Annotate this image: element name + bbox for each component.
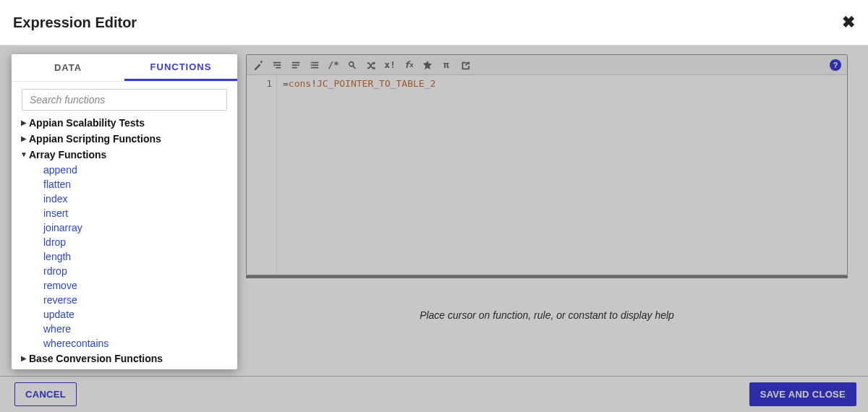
tree-function-item[interactable]: ldrop xyxy=(17,235,231,249)
tab-data[interactable]: DATA xyxy=(12,54,124,81)
function-link[interactable]: update xyxy=(43,309,75,320)
shuffle-icon[interactable] xyxy=(365,59,377,71)
help-hint: Place cursor on function, rule, or const… xyxy=(246,278,848,352)
tree-function-item[interactable]: append xyxy=(17,163,231,177)
tree-function-item[interactable]: index xyxy=(17,192,231,206)
tree-function-item[interactable]: insert xyxy=(17,206,231,220)
save-and-close-button[interactable]: SAVE AND CLOSE xyxy=(749,382,856,406)
tree-category[interactable]: ▼Array Functions xyxy=(17,147,231,163)
tree-category-label: Base Conversion Functions xyxy=(29,351,163,366)
chevron-right-icon[interactable]: ▶ xyxy=(19,351,29,366)
outdent-icon[interactable] xyxy=(271,59,283,71)
modal-title: Expression Editor xyxy=(13,14,137,31)
function-link[interactable]: remove xyxy=(43,280,77,291)
search-wrap xyxy=(12,82,237,115)
function-link[interactable]: append xyxy=(43,164,77,176)
function-link[interactable]: index xyxy=(43,193,67,205)
tree-function-item[interactable]: where xyxy=(17,322,231,336)
tree-function-item[interactable]: remove xyxy=(17,278,231,293)
tree-function-item[interactable]: length xyxy=(17,249,231,264)
token-operator: = xyxy=(283,78,289,89)
tree-function-item[interactable]: reverse xyxy=(17,293,231,307)
export-icon[interactable] xyxy=(459,59,471,71)
tree-category[interactable]: ▶Base Conversion Functions xyxy=(17,351,231,366)
function-link[interactable]: reverse xyxy=(43,294,77,306)
function-link[interactable]: length xyxy=(43,251,71,262)
magic-wand-icon[interactable] xyxy=(252,59,264,71)
tree-function-item[interactable]: flatten xyxy=(17,177,231,192)
line-number: 1 xyxy=(247,78,272,89)
chevron-down-icon[interactable]: ▼ xyxy=(19,147,29,162)
function-link[interactable]: joinarray xyxy=(43,222,82,233)
search-icon[interactable] xyxy=(346,59,358,71)
line-gutter: 1 xyxy=(247,75,277,275)
search-input[interactable] xyxy=(22,89,227,111)
indent-icon[interactable] xyxy=(290,59,302,71)
list-indent-icon[interactable] xyxy=(309,59,320,71)
tab-functions[interactable]: FUNCTIONS xyxy=(124,54,237,81)
function-link[interactable]: rdrop xyxy=(43,265,67,277)
token-keyword: cons xyxy=(289,78,311,89)
star-icon[interactable] xyxy=(422,59,433,71)
pi-icon[interactable]: π xyxy=(441,59,452,71)
x-bang-icon[interactable]: x! xyxy=(384,59,396,71)
comment-icon[interactable]: /* xyxy=(328,59,339,71)
tree-category[interactable]: ▶Appian Scalability Tests xyxy=(17,115,231,131)
tree-function-item[interactable]: update xyxy=(17,307,231,322)
code-area[interactable]: 1 =cons!JC_POINTER_TO_TABLE_2 xyxy=(247,75,847,275)
close-icon[interactable]: ✖ xyxy=(842,14,855,30)
cancel-button[interactable]: CANCEL xyxy=(14,382,77,406)
help-icon[interactable]: ? xyxy=(830,59,841,71)
function-link[interactable]: wherecontains xyxy=(43,338,109,349)
function-link[interactable]: where xyxy=(43,323,71,335)
function-browser-panel: DATA FUNCTIONS ▶Appian Scalability Tests… xyxy=(12,54,237,369)
expression-editor-box: /* x! fx π ? 1 =cons!JC_POINTER_TO_TABLE… xyxy=(246,54,848,275)
tree-function-item[interactable]: rdrop xyxy=(17,264,231,278)
function-link[interactable]: ldrop xyxy=(43,236,66,248)
modal-header: Expression Editor ✖ xyxy=(0,0,868,46)
tree-function-item[interactable]: wherecontains xyxy=(17,336,231,351)
function-link[interactable]: flatten xyxy=(43,179,71,190)
tree-function-item[interactable]: joinarray xyxy=(17,220,231,235)
tree-category-label: Array Functions xyxy=(29,147,106,162)
fx-icon[interactable]: fx xyxy=(403,59,414,71)
function-link[interactable]: insert xyxy=(43,207,68,219)
chevron-right-icon[interactable]: ▶ xyxy=(19,132,29,146)
function-tree[interactable]: ▶Appian Scalability Tests▶Appian Scripti… xyxy=(12,115,237,369)
code-content[interactable]: =cons!JC_POINTER_TO_TABLE_2 xyxy=(277,75,847,275)
tree-category[interactable]: ▶Appian Scripting Functions xyxy=(17,131,231,147)
tree-category-label: Appian Scalability Tests xyxy=(29,116,145,130)
chevron-right-icon[interactable]: ▶ xyxy=(19,116,29,130)
panel-tabs: DATA FUNCTIONS xyxy=(12,54,237,82)
modal-footer: CANCEL SAVE AND CLOSE xyxy=(0,376,868,412)
token-separator: ! xyxy=(311,78,317,89)
token-identifier: JC_POINTER_TO_TABLE_2 xyxy=(317,78,435,89)
editor-toolbar: /* x! fx π ? xyxy=(247,55,847,75)
tree-category-label: Appian Scripting Functions xyxy=(29,132,161,146)
